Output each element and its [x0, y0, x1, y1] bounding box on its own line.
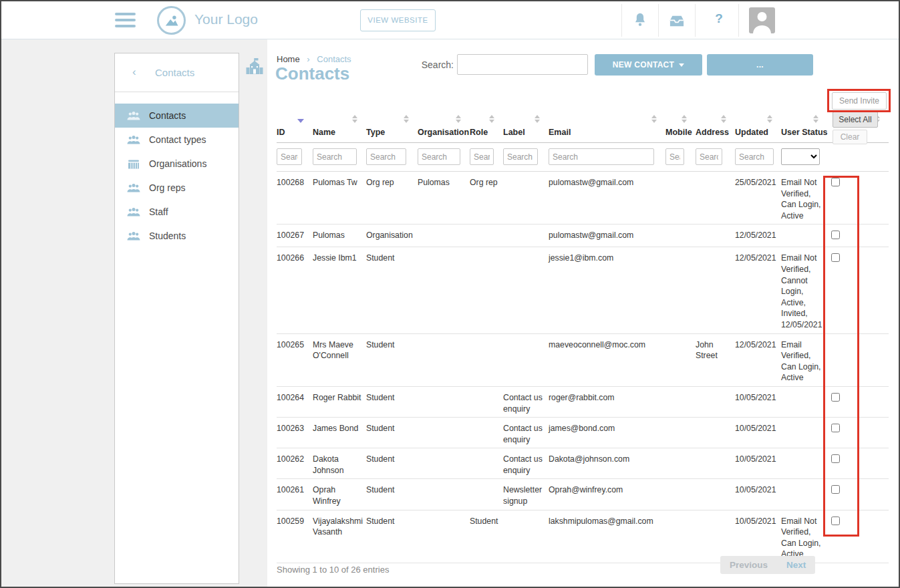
previous-button[interactable]: Previous	[720, 560, 777, 570]
cell-label: Contact us enquiry	[503, 418, 549, 448]
more-actions-button[interactable]: ...	[707, 54, 813, 76]
next-button[interactable]: Next	[777, 560, 815, 570]
help-icon[interactable]: ?	[712, 11, 726, 26]
sort-control-role[interactable]	[470, 110, 503, 128]
filter-input-address[interactable]	[696, 148, 722, 165]
cell-role	[470, 386, 503, 417]
column-header-id[interactable]: ID	[277, 128, 313, 143]
column-header-address[interactable]: Address	[696, 128, 735, 143]
cell-updated: 12/05/2021	[735, 225, 781, 247]
sort-both-icon	[489, 115, 494, 123]
sidebar-item-students[interactable]: Students	[115, 224, 239, 248]
cell-organisation	[418, 418, 470, 448]
row-select-checkbox[interactable]	[831, 424, 840, 432]
column-header-name[interactable]: Name	[313, 128, 366, 143]
cell-id: 100259	[277, 510, 313, 563]
filter-input-id[interactable]	[277, 148, 302, 165]
cell-id: 100262	[277, 448, 313, 479]
logo[interactable]	[157, 6, 186, 35]
cell-extra	[862, 448, 889, 479]
filter-input-organisation[interactable]	[418, 148, 460, 165]
cell-address	[696, 510, 735, 563]
cell-organisation	[418, 510, 470, 563]
cell-type: Org rep	[366, 172, 418, 225]
sort-control-id[interactable]	[277, 110, 313, 128]
chevron-left-icon[interactable]: ‹	[132, 65, 136, 79]
column-header-user_status[interactable]: User Status	[781, 128, 827, 143]
cell-organisation	[418, 333, 470, 386]
row-select-checkbox[interactable]	[831, 454, 840, 463]
cell-type: Student	[366, 448, 418, 479]
avatar[interactable]	[749, 7, 775, 33]
column-header-role[interactable]: Role	[470, 128, 503, 143]
filter-input-mobile[interactable]	[665, 148, 684, 165]
column-header-label[interactable]: Label	[503, 128, 549, 143]
organisation-icon	[127, 159, 140, 169]
row-select-checkbox[interactable]	[831, 178, 840, 186]
sort-control-type[interactable]	[366, 110, 418, 128]
filter-input-updated[interactable]	[735, 148, 774, 165]
school-building-icon[interactable]	[245, 57, 264, 76]
sidebar-item-label: Contact types	[149, 134, 206, 145]
cell-checkbox	[827, 386, 862, 417]
column-header-updated[interactable]: Updated	[735, 128, 781, 143]
table-row: 100261Oprah WinfreyStudentNewsletter sig…	[277, 479, 889, 510]
cell-role	[470, 418, 503, 448]
filter-cell-id	[277, 143, 313, 172]
row-select-checkbox[interactable]	[831, 231, 840, 239]
people-group-icon	[127, 231, 140, 241]
cell-user_status	[781, 479, 827, 510]
column-header-organisation[interactable]: Organisation	[418, 128, 470, 143]
send-invite-button[interactable]: Send Invite	[832, 92, 887, 110]
view-website-button[interactable]: VIEW WEBSITE	[360, 9, 436, 31]
cell-user_status	[781, 418, 827, 448]
cell-name: Pulomas Tw	[313, 172, 366, 225]
sort-control-label[interactable]	[503, 110, 549, 128]
sidebar-item-contact-types[interactable]: Contact types	[115, 128, 239, 152]
sort-control-user_status[interactable]	[781, 110, 827, 128]
clear-button[interactable]: Clear	[833, 130, 867, 144]
sidebar-item-contacts[interactable]: Contacts	[115, 104, 239, 128]
sidebar-item-organisations[interactable]: Organisations	[115, 152, 239, 176]
filter-input-name[interactable]	[313, 148, 357, 165]
filter-input-role[interactable]	[470, 148, 494, 165]
inbox-icon[interactable]	[669, 15, 685, 27]
row-select-checkbox[interactable]	[831, 253, 840, 262]
row-select-checkbox[interactable]	[831, 393, 840, 402]
filter-input-type[interactable]	[366, 148, 406, 165]
sort-control-mobile[interactable]	[665, 110, 696, 128]
cell-id: 100267	[277, 225, 313, 247]
hamburger-menu-icon[interactable]	[115, 13, 136, 27]
sidebar-item-staff[interactable]: Staff	[115, 200, 239, 224]
breadcrumb: Home › Contacts	[277, 54, 351, 64]
cell-email: roger@rabbit.com	[549, 386, 665, 417]
new-contact-button[interactable]: NEW CONTACT	[595, 54, 702, 76]
cell-address	[696, 418, 735, 448]
column-header-email[interactable]: Email	[549, 128, 665, 143]
search-label: Search:	[402, 59, 454, 70]
cell-type: Student	[366, 479, 418, 510]
sort-control-updated[interactable]	[735, 110, 781, 128]
sort-control-email[interactable]	[549, 110, 665, 128]
filter-input-label[interactable]	[503, 148, 538, 165]
row-select-checkbox[interactable]	[831, 485, 840, 494]
search-input[interactable]	[457, 54, 588, 75]
table-row: 100264Roger RabbitStudentContact us enqu…	[277, 386, 889, 417]
column-header-type[interactable]: Type	[366, 128, 418, 143]
row-select-checkbox[interactable]	[831, 517, 840, 525]
table-row: 100262Dakota JohnsonStudentContact us en…	[277, 448, 889, 479]
sort-control-address[interactable]	[696, 110, 735, 128]
caret-down-icon	[679, 63, 684, 67]
column-header-mobile[interactable]: Mobile	[665, 128, 696, 143]
filter-input-email[interactable]	[549, 148, 654, 165]
filter-select-user_status[interactable]	[781, 148, 820, 165]
sort-control-name[interactable]	[313, 110, 366, 128]
select-all-button[interactable]: Select All	[833, 112, 878, 128]
sort-control-organisation[interactable]	[418, 110, 470, 128]
sidebar-item-org-reps[interactable]: Org reps	[115, 176, 239, 200]
breadcrumb-home[interactable]: Home	[277, 54, 300, 64]
table-row: 100266Jessie Ibm1Studentjessie1@ibm.com1…	[277, 247, 889, 333]
cell-email: jessie1@ibm.com	[549, 247, 665, 333]
notifications-bell-icon[interactable]	[633, 12, 647, 29]
sort-both-icon	[535, 115, 540, 123]
